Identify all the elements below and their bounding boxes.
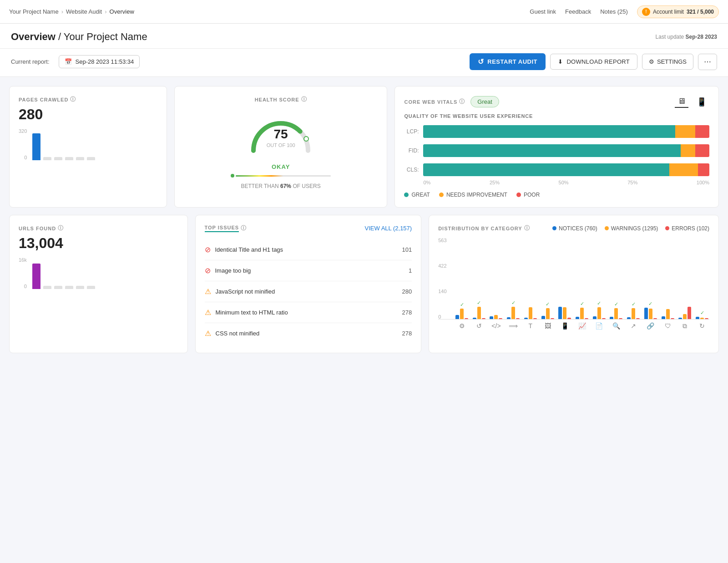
cwv-segment xyxy=(423,144,681,157)
dist-x-icon: ↻ xyxy=(695,322,709,330)
dist-bar xyxy=(671,318,674,319)
dist-x-icon: ⚙ xyxy=(455,322,469,330)
dist-legend-label: NOTICES (760) xyxy=(559,225,597,232)
breadcrumb-section[interactable]: Website Audit xyxy=(66,8,102,15)
dist-bar xyxy=(619,318,622,319)
dist-bar xyxy=(533,318,537,319)
dist-bar xyxy=(585,318,588,319)
issue-text[interactable]: Minimum text to HTML ratio xyxy=(216,309,398,316)
dist-x-icon: T xyxy=(523,322,538,330)
dist-bar xyxy=(499,318,502,319)
cwv-info-icon[interactable]: ⓘ xyxy=(459,98,465,106)
dist-bar xyxy=(580,308,584,319)
pages-crawled-info-icon[interactable]: ⓘ xyxy=(70,96,76,103)
pages-crawled-chart: 320 0 xyxy=(19,128,157,160)
dist-x-icon: 🔍 xyxy=(609,322,624,330)
issue-count: 101 xyxy=(402,246,412,253)
mobile-icon[interactable]: 📱 xyxy=(694,96,709,108)
bar xyxy=(43,157,51,160)
health-score-title: HEALTH SCORE ⓘ xyxy=(255,96,307,103)
pages-crawled-title: PAGES CRAWLED ⓘ xyxy=(19,96,157,103)
dist-bar xyxy=(529,307,532,319)
dist-check-mark: ✓ xyxy=(477,300,481,306)
cwv-bar-row: FID: xyxy=(404,144,709,157)
cwv-segment xyxy=(698,163,709,176)
cwv-subtitle: QUALITY OF THE WEBSITE USER EXPERIENCE xyxy=(404,113,709,119)
svg-point-0 xyxy=(304,137,308,141)
urls-found-info-icon[interactable]: ⓘ xyxy=(58,224,64,232)
notes-link[interactable]: Notes (25) xyxy=(600,8,628,15)
last-update: Last update Sep-28 2023 xyxy=(656,34,717,40)
date-selector[interactable]: 📅 Sep-28 2023 11:53:34 xyxy=(59,55,140,68)
desktop-icon[interactable]: 🖥 xyxy=(675,96,688,108)
dist-bar xyxy=(507,317,511,319)
bar xyxy=(32,264,40,289)
dist-bar-group: ✓ xyxy=(695,310,709,319)
dist-bar xyxy=(460,309,464,319)
calendar-icon: 📅 xyxy=(65,58,72,65)
breadcrumb-sep1: › xyxy=(61,8,63,15)
dist-bar-group xyxy=(661,303,675,319)
dist-bar-group: ✓ xyxy=(541,301,555,319)
settings-button[interactable]: ⚙ SETTINGS xyxy=(642,54,693,70)
issue-text[interactable]: CSS not minified xyxy=(216,330,398,337)
download-icon: ⬇ xyxy=(558,58,563,65)
dist-bar xyxy=(688,307,691,319)
issue-text[interactable]: JavaScript not minified xyxy=(216,288,398,295)
bar xyxy=(65,157,73,160)
dist-bar xyxy=(477,307,481,319)
dist-y-label: 140 xyxy=(438,289,446,294)
dist-bar xyxy=(455,315,459,319)
legend-dot xyxy=(439,193,444,197)
account-icon: ! xyxy=(642,8,650,16)
dist-bar-group: ✓ xyxy=(472,300,486,319)
issue-count: 278 xyxy=(402,330,412,337)
legend-dot xyxy=(404,193,409,197)
cwv-axis-label: 75% xyxy=(627,180,637,185)
legend-dot xyxy=(516,193,521,197)
guest-link[interactable]: Guest link xyxy=(530,8,556,15)
dist-x-icon: 📄 xyxy=(592,322,607,330)
dist-x-icon: ↗ xyxy=(626,322,641,330)
health-score-card: HEALTH SCORE ⓘ 75 OUT OF 100 OKAY xyxy=(174,86,388,208)
dist-bar-group xyxy=(678,300,693,319)
restart-audit-button[interactable]: ↺ RESTART AUDIT xyxy=(470,53,546,70)
main-content: PAGES CRAWLED ⓘ 280 320 0 HEALTH SCORE ⓘ xyxy=(0,77,728,362)
dist-bar xyxy=(567,318,571,319)
restart-icon: ↺ xyxy=(478,57,484,66)
issue-text[interactable]: Image too big xyxy=(215,267,404,274)
issue-row: ⚠JavaScript not minified280 xyxy=(205,281,412,302)
dist-info-icon[interactable]: ⓘ xyxy=(524,224,530,232)
cwv-header: CORE WEB VITALS ⓘ Great 🖥 📱 xyxy=(404,96,709,108)
cwv-segment xyxy=(423,163,669,176)
bar xyxy=(43,286,51,289)
dist-header: DISTRIBUTION BY CATEGORY ⓘ NOTICES (760)… xyxy=(438,224,709,232)
dist-x-icon: ⟹ xyxy=(506,322,521,330)
dist-check-mark: ✓ xyxy=(614,301,618,307)
breadcrumb-project[interactable]: Your Project Name xyxy=(9,8,59,15)
dist-bar xyxy=(678,318,682,319)
row-1: PAGES CRAWLED ⓘ 280 320 0 HEALTH SCORE ⓘ xyxy=(9,86,719,208)
feedback-link[interactable]: Feedback xyxy=(565,8,591,15)
dist-x-icon: 🛡 xyxy=(661,322,675,330)
issues-list: ⊘Identical Title and H1 tags101⊘Image to… xyxy=(205,239,412,344)
cwv-axis-label: 25% xyxy=(490,180,500,185)
breadcrumb-sep2: › xyxy=(105,8,106,15)
date-value: Sep-28 2023 11:53:34 xyxy=(76,58,134,65)
dist-bar xyxy=(636,318,640,319)
download-report-button[interactable]: ⬇ DOWNLOAD REPORT xyxy=(550,54,637,70)
dist-bar xyxy=(563,307,566,319)
dist-bar xyxy=(546,308,550,319)
bar xyxy=(54,286,62,289)
issue-text[interactable]: Identical Title and H1 tags xyxy=(215,246,398,253)
account-badge: ! Account limit 321 / 5,000 xyxy=(637,5,719,18)
great-badge: Great xyxy=(470,96,499,107)
more-button[interactable]: ⋯ xyxy=(698,54,717,70)
error-icon: ⊘ xyxy=(205,245,211,254)
view-all-link[interactable]: VIEW ALL (2,157) xyxy=(365,225,412,232)
top-issues-info-icon[interactable]: ⓘ xyxy=(241,224,247,232)
health-score-info-icon[interactable]: ⓘ xyxy=(301,96,307,103)
dist-x-icon: 📈 xyxy=(575,322,589,330)
dist-check-mark: ✓ xyxy=(632,301,636,307)
dist-legend-label: ERRORS (102) xyxy=(672,225,709,232)
